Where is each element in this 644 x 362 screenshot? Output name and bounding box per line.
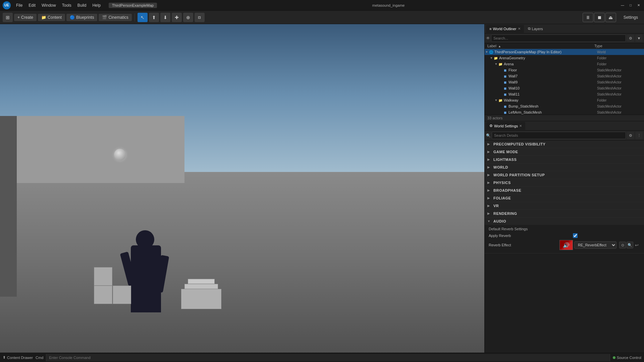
tree-expander[interactable]: ▼ (494, 62, 498, 66)
ws-expand-arrow: ▶ (487, 204, 492, 207)
world-settings-tabs: ⚙ World Settings ✕ (485, 121, 644, 131)
tree-row[interactable]: ◼ Wall9 StaticMeshActor (485, 79, 644, 85)
world-settings-icon: ⚙ (489, 124, 493, 128)
stop-button[interactable]: ⏹ (594, 13, 605, 22)
reverb-effect-value-container: 🔊 RE_ReverbEffect ⊙ 🔍 (559, 240, 633, 250)
outliner-toolbar: 👁 ⚙ ▼ (485, 34, 644, 43)
menu-tools[interactable]: Tools (59, 2, 74, 8)
ws-section-header-lightmass[interactable]: ▶ LIGHTMASS (485, 156, 644, 163)
content-button[interactable]: 📁 Content (38, 14, 65, 21)
cinematics-button[interactable]: 🎬 Cinematics (99, 14, 131, 21)
settings-button[interactable]: Settings (620, 14, 641, 21)
maximize-button[interactable]: □ (628, 3, 633, 8)
tab-layers[interactable]: ⧉ Layers (525, 25, 546, 33)
outliner-filter-button[interactable]: ▼ (635, 35, 643, 42)
outliner-search-input[interactable] (491, 35, 626, 42)
ws-expand-arrow: ▶ (487, 196, 492, 200)
move-tool-button[interactable]: ⬇ (160, 13, 170, 22)
type-column-header: Type (594, 44, 641, 48)
tab-world-settings[interactable]: ⚙ World Settings ✕ (486, 122, 525, 130)
tree-icon: 📁 (498, 62, 503, 66)
tree-type: StaticMeshActor (597, 93, 644, 96)
ws-section-header-physics[interactable]: ▶ PHYSICS (485, 179, 644, 186)
tree-icon: ◼ (503, 74, 507, 78)
apply-reverb-checkbox[interactable] (573, 233, 578, 238)
ws-section-header-vr[interactable]: ▶ VR (485, 202, 644, 209)
blueprints-button[interactable]: 🔵 Blueprints (66, 14, 97, 21)
source-control[interactable]: Source Control (613, 356, 641, 360)
ws-expand-arrow: ▶ (487, 189, 492, 192)
tree-expander[interactable]: ▼ (489, 56, 493, 60)
ws-section-label-world: WORLD (493, 165, 508, 169)
tree-icon: ◼ (503, 110, 507, 115)
tree-row[interactable]: ▼ 📁 Arena Folder (485, 61, 644, 67)
ws-section-foliage: ▶ FOLIAGE (485, 194, 644, 202)
ws-section-header-world_partition_setup[interactable]: ▶ WORLD PARTITION SETUP (485, 171, 644, 179)
ws-section-precomputed_visibility: ▶ PRECOMPUTED VISIBILITY (485, 140, 644, 148)
ws-section-label-broadphase: BROADPHASE (493, 188, 521, 192)
tab-world-outliner[interactable]: ≡ World Outliner ✕ (486, 25, 524, 33)
tree-row[interactable]: ◼ Bump_StaticMesh StaticMeshActor (485, 103, 644, 109)
rotate-tool-button[interactable]: ✚ (172, 13, 182, 22)
ws-section-physics: ▶ PHYSICS (485, 179, 644, 187)
toolbar-layout-button[interactable]: ⊞ (3, 13, 13, 22)
content-drawer-toggle[interactable]: ⬆ Content Drawer (3, 355, 33, 360)
tree-row[interactable]: ◼ Floor StaticMeshActor (485, 67, 644, 73)
snap-tool-button[interactable]: ⧈ (195, 13, 205, 22)
menu-file[interactable]: File (13, 2, 25, 8)
ws-expand-arrow: ▶ (487, 142, 492, 146)
reverb-locate-button[interactable]: ⊙ (619, 242, 626, 248)
eject-button[interactable]: ⏏ (605, 13, 616, 22)
ws-section-header-rendering[interactable]: ▶ RENDERING (485, 210, 644, 217)
ws-settings-button[interactable]: ⚙ (627, 132, 634, 139)
world-settings-close[interactable]: ✕ (519, 124, 522, 128)
menu-help[interactable]: Help (90, 2, 103, 8)
tree-row[interactable]: ▼ 🌐 ThirdPersonExampleMap (Play In Edito… (485, 49, 644, 55)
menu-window[interactable]: Window (39, 2, 59, 8)
tree-expander[interactable]: ▼ (485, 50, 489, 54)
reverb-search-button[interactable]: 🔍 (627, 242, 633, 248)
ws-section-header-audio[interactable]: ▼ AUDIO (485, 218, 644, 225)
close-button[interactable]: ✕ (636, 3, 641, 8)
ws-search-icon: 🔍 (486, 133, 491, 138)
transform-tool-button[interactable]: ⬆ (149, 13, 159, 22)
scale-tool-button[interactable]: ⊕ (183, 13, 193, 22)
tree-icon: ◼ (503, 68, 507, 72)
create-button[interactable]: + Create (14, 14, 37, 21)
ws-section-header-world[interactable]: ▶ WORLD (485, 164, 644, 171)
reverb-effect-dropdown[interactable]: RE_ReverbEffect (574, 241, 616, 249)
world-settings-search-input[interactable] (492, 132, 626, 139)
tree-expander[interactable]: ▼ (494, 99, 498, 102)
pause-button[interactable]: ⏸ (583, 13, 593, 22)
tree-label: Floor (508, 68, 597, 72)
ws-section-header-broadphase[interactable]: ▶ BROADPHASE (485, 187, 644, 194)
tree-type: StaticMeshActor (597, 74, 644, 78)
ws-more-button[interactable]: ⋮ (635, 132, 643, 139)
world-settings-search-bar: 🔍 ⚙ ⋮ (485, 131, 644, 140)
tree-row[interactable]: ◼ Wall11 StaticMeshActor (485, 91, 644, 97)
ws-section-header-precomputed_visibility[interactable]: ▶ PRECOMPUTED VISIBILITY (485, 140, 644, 148)
tree-row[interactable]: ◼ Wall7 StaticMeshActor (485, 73, 644, 79)
minimize-button[interactable]: — (620, 3, 625, 8)
world-settings-content[interactable]: ▶ PRECOMPUTED VISIBILITY ▶ GAME MODE ▶ L… (485, 140, 644, 353)
tree-row[interactable]: ◼ Wall10 StaticMeshActor (485, 85, 644, 91)
reverb-revert-button[interactable]: ↩ (633, 242, 640, 248)
world-outliner-close[interactable]: ✕ (518, 27, 521, 31)
select-tool-button[interactable]: ↖ (138, 13, 148, 22)
outliner-tree[interactable]: ▼ 🌐 ThirdPersonExampleMap (Play In Edito… (485, 49, 644, 115)
ws-section-world: ▶ WORLD (485, 164, 644, 171)
stair-2 (188, 279, 215, 284)
tree-row[interactable]: ▼ 📁 ArenaGeometry Folder (485, 55, 644, 61)
viewport[interactable] (0, 24, 484, 353)
console-input[interactable] (46, 354, 610, 361)
menu-build[interactable]: Build (75, 2, 89, 8)
ue-logo: UE (3, 1, 11, 9)
ws-section-header-foliage[interactable]: ▶ FOLIAGE (485, 194, 644, 202)
world-outliner-icon: ≡ (489, 27, 491, 31)
ws-section-header-game_mode[interactable]: ▶ GAME MODE (485, 148, 644, 156)
tree-row[interactable]: ◼ LeftArm_StaticMesh StaticMeshActor (485, 109, 644, 115)
menu-edit[interactable]: Edit (26, 2, 38, 8)
outliner-settings-button[interactable]: ⚙ (627, 35, 634, 42)
project-tab[interactable]: ThirdPersonExampleMap (109, 3, 157, 8)
tree-row[interactable]: ▼ 📁 Walkway Folder (485, 97, 644, 103)
